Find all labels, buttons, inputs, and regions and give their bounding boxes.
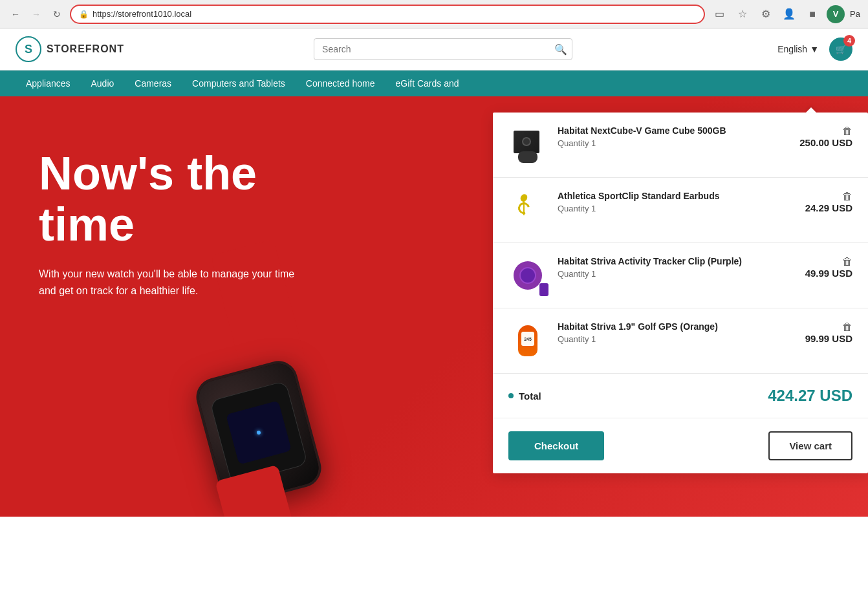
browser-chrome: ← → ↻ 🔒 ▭ ☆ ⚙ 👤 ■ V Pa: [0, 0, 868, 28]
logo-icon: S: [16, 36, 41, 62]
gamecube-box: [514, 131, 539, 153]
search-input[interactable]: [314, 38, 572, 60]
view-cart-button[interactable]: View cart: [768, 431, 852, 460]
tracker-image: [510, 258, 546, 294]
store-nav: Appliances Audio Cameras Computers and T…: [0, 70, 868, 96]
cart-item: Habitat NextCube-V Game Cube 500GB Quant…: [493, 113, 868, 178]
cart-item-name: Athletica SportClip Standard Earbuds: [558, 191, 765, 201]
hero-subtitle: With your new watch you'll be able to ma…: [39, 266, 310, 299]
delete-item-button[interactable]: 🗑: [842, 256, 852, 268]
cart-item-quantity: Quantity 1: [558, 269, 765, 279]
cart-item-quantity: Quantity 1: [558, 138, 765, 148]
cart-button[interactable]: 🛒 4: [829, 38, 852, 61]
cart-icon: 🛒: [836, 45, 847, 54]
nav-item-audio[interactable]: Audio: [81, 70, 125, 96]
cart-item-right: 🗑 99.99 USD: [775, 321, 852, 344]
settings-button[interactable]: ⚙: [757, 5, 775, 23]
language-selector[interactable]: English ▼: [777, 44, 819, 54]
gamecube-image: [510, 127, 546, 163]
search-wrapper: 🔍: [314, 38, 572, 60]
profile-button[interactable]: 👤: [780, 5, 798, 23]
nav-item-cameras[interactable]: Cameras: [124, 70, 182, 96]
cart-item-right: 🗑 49.99 USD: [775, 256, 852, 279]
profile-text: Pa: [850, 9, 860, 19]
cart-total-row: Total 424.27 USD: [493, 374, 868, 418]
nav-item-appliances[interactable]: Appliances: [16, 70, 81, 96]
cart-item-info: Habitat NextCube-V Game Cube 500GB Quant…: [558, 125, 765, 153]
cart-item-quantity: Quantity 1: [558, 334, 765, 344]
cart-item-price: 24.29 USD: [805, 202, 852, 213]
cart-item-image: [508, 256, 547, 295]
cart-item-right: 🗑 250.00 USD: [775, 125, 852, 148]
cart-item-info: Athletica SportClip Standard Earbuds Qua…: [558, 191, 765, 219]
cart-dropdown: Habitat NextCube-V Game Cube 500GB Quant…: [493, 113, 868, 473]
cart-item: Habitat Striva Activity Tracker Clip (Pu…: [493, 243, 868, 308]
header-right: English ▼ 🛒 4: [777, 38, 852, 61]
back-button[interactable]: ←: [8, 6, 23, 22]
total-amount: 424.27 USD: [768, 387, 852, 405]
logo-text: STOREFRONT: [47, 43, 124, 55]
cart-item-price: 49.99 USD: [805, 268, 852, 279]
store-page: S STOREFRONT 🔍 English ▼ 🛒 4 Appliances …: [0, 28, 868, 602]
earbuds-image: [510, 193, 546, 228]
extensions-puzzle-button[interactable]: ■: [803, 5, 821, 23]
cart-item-name: Habitat Striva 1.9" Golf GPS (Orange): [558, 321, 765, 332]
cart-item-info: Habitat Striva 1.9" Golf GPS (Orange) Qu…: [558, 321, 765, 349]
nav-item-computers[interactable]: Computers and Tablets: [182, 70, 296, 96]
gamecube-controller: [518, 151, 537, 163]
cart-item: 245 Habitat Striva 1.9" Golf GPS (Orange…: [493, 308, 868, 374]
cart-item-price: 99.99 USD: [805, 333, 852, 344]
reload-button[interactable]: ↻: [49, 6, 65, 22]
tracker-circle: [514, 261, 542, 290]
gps-device: 245: [518, 325, 537, 356]
total-label: Total: [508, 391, 541, 402]
gps-image: 245: [510, 323, 546, 359]
cart-badge: 4: [843, 35, 855, 47]
hero-content: Now's the time With your new watch you'l…: [0, 96, 388, 351]
cart-item-image: 245: [508, 321, 547, 360]
cart-item-name: Habitat Striva Activity Tracker Clip (Pu…: [558, 256, 765, 266]
cart-item-quantity: Quantity 1: [558, 204, 765, 213]
checkout-button[interactable]: Checkout: [508, 431, 604, 460]
store-logo[interactable]: S STOREFRONT: [16, 36, 124, 62]
delete-item-button[interactable]: 🗑: [842, 321, 852, 333]
url-input[interactable]: [92, 9, 696, 19]
search-button[interactable]: 🔍: [549, 38, 572, 60]
cart-item-name: Habitat NextCube-V Game Cube 500GB: [558, 125, 765, 136]
cart-actions: Checkout View cart: [493, 418, 868, 473]
user-avatar[interactable]: V: [827, 5, 845, 23]
nav-item-connected[interactable]: Connected home: [296, 70, 385, 96]
bookmark-button[interactable]: ☆: [733, 5, 752, 23]
cart-item: Athletica SportClip Standard Earbuds Qua…: [493, 178, 868, 243]
cart-item-info: Habitat Striva Activity Tracker Clip (Pu…: [558, 256, 765, 284]
total-dot: [508, 393, 514, 398]
address-bar[interactable]: 🔒: [70, 5, 705, 24]
earbud-tip: [519, 193, 528, 202]
nav-item-egift[interactable]: eGift Cards and: [385, 70, 469, 96]
chevron-down-icon: ▼: [810, 44, 819, 54]
forward-button[interactable]: →: [28, 6, 44, 22]
lock-icon: 🔒: [79, 10, 89, 19]
cart-item-price: 250.00 USD: [799, 137, 852, 148]
delete-item-button[interactable]: 🗑: [842, 191, 852, 202]
cart-item-right: 🗑 24.29 USD: [775, 191, 852, 213]
extensions-button[interactable]: ▭: [710, 5, 728, 23]
cart-item-image: [508, 125, 547, 164]
cart-item-image: [508, 191, 547, 230]
store-header: S STOREFRONT 🔍 English ▼ 🛒 4: [0, 28, 868, 70]
hero-title: Now's the time: [39, 148, 349, 250]
delete-item-button[interactable]: 🗑: [842, 125, 852, 137]
gps-screen: 245: [521, 332, 534, 346]
browser-toolbar: ▭ ☆ ⚙ 👤 ■ V Pa: [710, 5, 860, 23]
tracker-clip: [539, 283, 548, 296]
